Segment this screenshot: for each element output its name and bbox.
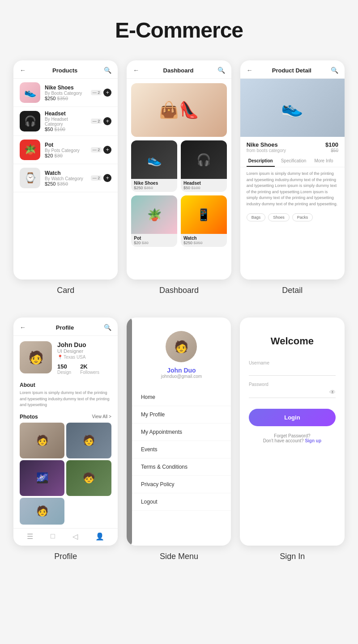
- item-image: 🎧: [181, 140, 227, 179]
- card-phone: ← Products 🔍 👟 Nike Shoes By Boots Categ…: [13, 60, 118, 280]
- nav-back-icon[interactable]: ◁: [72, 532, 78, 541]
- quantity-badge: — 2: [91, 119, 102, 124]
- detail-back-button[interactable]: ←: [247, 67, 253, 74]
- dashboard-featured-item[interactable]: 👜👠: [131, 83, 226, 137]
- add-to-cart-button[interactable]: +: [103, 174, 111, 182]
- product-info: Nike Shoes By Boots Category $250 $350: [45, 85, 86, 101]
- signup-text: Don't have account? Sign up: [263, 438, 321, 443]
- signup-link[interactable]: Sign up: [305, 438, 321, 443]
- dashboard-back-button[interactable]: ←: [133, 67, 139, 74]
- dashboard-phone: ← Dashboard 🔍 👜👠 👟 Nike Shoes $250 $350 …: [127, 60, 231, 280]
- username-input[interactable]: [249, 367, 336, 373]
- profile-bottom-nav: ☰ □ ◁ 👤: [13, 528, 118, 544]
- card-back-button[interactable]: ←: [20, 67, 26, 74]
- about-text: Lorem Ipsum is simply dummy text of the …: [13, 390, 118, 412]
- detail-tab-specification[interactable]: Specification: [279, 156, 308, 167]
- detail-tag[interactable]: Bags: [247, 213, 266, 221]
- product-item: 🎧 Headset By Headset Category $50 $100 —…: [13, 107, 118, 136]
- location-pin-icon: 📍: [57, 355, 63, 360]
- signin-username-field: Username: [249, 360, 336, 376]
- item-price: $250 $350: [134, 186, 175, 190]
- dashboard-item[interactable]: 🪴 Pot $20 $30: [131, 195, 177, 247]
- item-price: $250 $350: [183, 241, 224, 245]
- dashboard-item[interactable]: 📱 Watch $250 $350: [181, 195, 227, 247]
- item-name: Watch: [183, 236, 224, 241]
- sidemenu-email: johnduo@gmail.com: [161, 374, 202, 379]
- detail-tabs: Description Specification More Info: [240, 156, 345, 167]
- view-all-button[interactable]: View All >: [92, 414, 111, 419]
- profile-header: ← Profile 🔍: [13, 318, 118, 336]
- item-price: $20 $30: [134, 241, 175, 245]
- detail-label: Detail: [240, 280, 345, 309]
- signin-label: Sign In: [240, 546, 345, 575]
- product-actions: — 2 +: [91, 174, 112, 182]
- sidemenu-item[interactable]: My Appointments: [132, 424, 231, 441]
- password-input[interactable]: [249, 389, 329, 395]
- photo-5: 🧑: [20, 498, 64, 525]
- detail-tags: BagsShoesPacks: [240, 211, 345, 224]
- eye-icon[interactable]: 👁: [329, 389, 336, 396]
- sidemenu-content: 🧑 John Duo johnduo@gmail.com HomeMy Prof…: [132, 318, 231, 546]
- item-image: 🪴: [131, 195, 177, 234]
- about-title: About: [13, 380, 118, 390]
- profile-phone: ← Profile 🔍 🧑 John Duo UI Designer 📍 Tex…: [13, 318, 118, 546]
- detail-search-button[interactable]: 🔍: [331, 67, 338, 74]
- sidemenu-item[interactable]: Logout: [132, 493, 231, 511]
- sidemenu-phone: 🧑 John Duo johnduo@gmail.com HomeMy Prof…: [127, 318, 231, 546]
- sidemenu-item[interactable]: Home: [132, 389, 231, 406]
- sidemenu-item[interactable]: Privacy Policy: [132, 476, 231, 493]
- profile-stats: 150 Design 2K Followers: [57, 363, 99, 375]
- password-label: Password: [249, 382, 336, 387]
- product-actions: — 2 +: [91, 117, 112, 125]
- sidemenu-item[interactable]: My Profile: [132, 406, 231, 424]
- detail-product-info: Nike Shoes from boots category $100 $50: [240, 137, 345, 156]
- detail-tab-description[interactable]: Description: [247, 156, 275, 167]
- page-title: E-Commerce: [0, 0, 358, 56]
- dashboard-title: Dashboard: [163, 67, 194, 74]
- sidemenu-avatar: 🧑: [166, 331, 197, 362]
- sidemenu-item[interactable]: Events: [132, 441, 231, 458]
- product-name: Nike Shoes: [45, 85, 86, 91]
- detail-phone: ← Product Detail 🔍 👟 Nike Shoes from boo…: [240, 60, 345, 280]
- add-to-cart-button[interactable]: +: [103, 89, 111, 97]
- item-label: Nike Shoes $250 $350: [131, 179, 177, 192]
- item-name: Nike Shoes: [134, 181, 175, 186]
- dashboard-item[interactable]: 👟 Nike Shoes $250 $350: [131, 140, 177, 192]
- sidemenu-item[interactable]: Terms & Conditions: [132, 458, 231, 476]
- detail-tag[interactable]: Packs: [292, 213, 313, 221]
- detail-from-text: from boots category: [247, 148, 286, 153]
- product-info: Watch By Watch Category $250 $350: [45, 170, 86, 186]
- detail-hero-image: 👟: [240, 79, 345, 137]
- profile-back-button[interactable]: ←: [20, 324, 26, 331]
- photo-4: 🧒: [66, 460, 111, 496]
- add-to-cart-button[interactable]: +: [103, 117, 111, 125]
- dashboard-header: ← Dashboard 🔍: [127, 60, 231, 79]
- product-price: $20 $30: [45, 153, 86, 158]
- product-image: 🎧: [20, 111, 40, 131]
- card-header: ← Products 🔍: [13, 60, 118, 79]
- product-price: $50 $100: [45, 127, 86, 132]
- dashboard-search-button[interactable]: 🔍: [217, 67, 225, 74]
- item-label: Watch $250 $350: [181, 234, 227, 247]
- nav-home-icon[interactable]: □: [51, 532, 55, 541]
- profile-search-button[interactable]: 🔍: [104, 324, 111, 331]
- profile-label: Profile: [13, 546, 118, 575]
- profile-stat-followers: 2K Followers: [80, 363, 99, 375]
- add-to-cart-button[interactable]: +: [103, 146, 111, 154]
- detail-tag[interactable]: Shoes: [268, 213, 290, 221]
- quantity-number: — 2: [91, 147, 102, 153]
- card-search-button[interactable]: 🔍: [104, 67, 111, 74]
- nav-menu-icon[interactable]: ☰: [27, 532, 33, 541]
- sidemenu-label: Side Menu: [127, 546, 231, 575]
- detail-tab-moreinfo[interactable]: More Info: [312, 156, 335, 167]
- signin-phone: Welcome Username Password 👁 Login Forget…: [240, 318, 345, 546]
- photos-grid-2: 🧑: [13, 498, 118, 525]
- profile-info: John Duo UI Designer 📍 Texas USA 150 Des…: [57, 341, 99, 375]
- nav-profile-icon[interactable]: 👤: [95, 532, 104, 541]
- sidemenu-handle: [127, 318, 132, 546]
- dashboard-item[interactable]: 🎧 Headset $50 $100: [181, 140, 227, 192]
- login-button[interactable]: Login: [249, 409, 336, 426]
- photo-3: 🌌: [20, 460, 64, 496]
- quantity-badge: — 2: [91, 90, 102, 95]
- product-actions: — 2 +: [91, 89, 112, 97]
